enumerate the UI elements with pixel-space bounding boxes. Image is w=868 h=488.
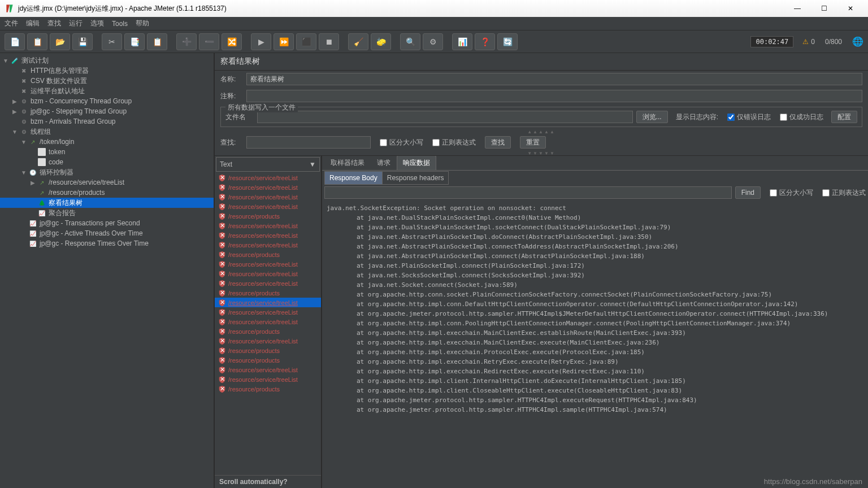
filename-input[interactable] [257,111,633,123]
tree-twisty[interactable]: ▶ [29,180,36,186]
result-item[interactable]: ✕/resource/service/treeList [215,317,321,326]
result-item[interactable]: ✕/resource/service/treeList [215,374,321,384]
renderer-dropdown[interactable]: Text ▼ [216,157,320,172]
result-item[interactable]: ✕/resource/service/treeList [215,269,321,278]
results-list[interactable]: ✕/resource/service/treeList✕/resource/se… [215,173,321,475]
tree-item[interactable]: ▶⚙jp@gc - Stepping Thread Group [0,106,214,116]
drag-handle-2[interactable]: ▼▼▼▼▼ [215,151,868,155]
tree-item[interactable]: ⚙bzm - Arrivals Thread Group [0,116,214,127]
heap-button[interactable]: 🔄 [497,33,518,50]
result-item[interactable]: ✕/resource/service/treeList [215,259,321,269]
comment-input[interactable] [246,90,862,102]
minimize-button[interactable]: — [784,0,810,17]
result-item[interactable]: ✕/resource/service/treeList [215,365,321,374]
find-input[interactable] [324,186,732,199]
menu-查找[interactable]: 查找 [47,19,61,28]
shutdown-button[interactable]: ⏹ [319,33,339,50]
result-item[interactable]: ✕/resource/products [215,288,321,298]
tree-item[interactable]: 📈聚合报告 [0,208,214,218]
drag-handle[interactable]: ▲▲▲▲▲ [215,129,868,134]
result-item[interactable]: ✕/resource/products [215,346,321,355]
tree-twisty[interactable]: ▼ [20,169,27,176]
menu-帮助[interactable]: 帮助 [136,19,149,28]
regex-checkbox[interactable] [432,139,440,146]
reset-button[interactable]: 重置 [520,136,546,149]
search-button[interactable]: 查找 [485,136,511,149]
test-plan-tree[interactable]: ▼🧪测试计划✖HTTP信息头管理器✖CSV 数据文件设置✖运维平台默认地址▶⚙b… [0,53,215,488]
find-case-checkbox[interactable] [770,189,777,197]
subtab-0[interactable]: Response Body [324,171,383,185]
result-item[interactable]: ✕/resource/service/treeList [215,230,321,240]
result-item[interactable]: ✕/resource/service/treeList [215,173,321,182]
subtab-1[interactable]: Response headers [382,171,449,185]
result-item[interactable]: ✕/resource/service/treeList [215,298,321,307]
result-item[interactable]: ✕/resource/products [215,326,321,336]
search-button[interactable]: 🔍 [400,33,420,50]
tree-item[interactable]: ▼⚙线程组 [0,127,214,137]
clear-button[interactable]: 🧹 [348,33,368,50]
remove-button[interactable]: ➖ [199,33,219,50]
result-item[interactable]: ✕/resource/service/treeList [215,182,321,192]
titlebar[interactable]: jdy运维.jmx (D:\jmeter\jdy运维.jmx) - Apache… [0,0,868,17]
maximize-button[interactable]: ☐ [811,0,837,17]
tree-item[interactable]: ↗/resource/products [0,188,214,198]
tab-2[interactable]: 响应数据 [397,156,436,170]
result-item[interactable]: ✕/resource/products [215,211,321,221]
name-input[interactable] [246,73,862,85]
tree-item[interactable]: ▶⚙bzm - Concurrency Thread Group [0,96,214,106]
properties-button[interactable]: 📊 [452,33,472,50]
cut-button[interactable]: ✂ [102,33,122,50]
menu-文件[interactable]: 文件 [5,19,18,28]
tree-item[interactable]: 📈jp@gc - Response Times Over Time [0,238,214,249]
close-button[interactable]: ✕ [837,0,863,17]
save-button[interactable]: 💾 [72,33,93,50]
result-item[interactable]: ✕/resource/service/treeList [215,202,321,211]
case-checkbox[interactable] [380,139,387,146]
copy-button[interactable]: 📑 [124,33,145,50]
tree-item[interactable]: ✖CSV 数据文件设置 [0,76,214,86]
add-button[interactable]: ➕ [176,33,197,50]
tree-item[interactable]: 📈jp@gc - Transactions per Second [0,218,214,228]
stop-button[interactable]: ⬛ [296,33,316,50]
tree-item[interactable]: ▶↗/resource/service/treeList [0,177,214,188]
menu-选项[interactable]: 选项 [90,19,104,28]
result-item[interactable]: ✕/resource/service/treeList [215,307,321,317]
tree-twisty[interactable]: ▶ [11,108,18,115]
toggle-button[interactable]: 🔀 [222,33,242,50]
result-item[interactable]: ✕/resource/service/treeList [215,192,321,202]
result-item[interactable]: ✕/resource/products [215,384,321,394]
menu-运行[interactable]: 运行 [69,19,83,28]
tab-1[interactable]: 请求 [371,156,397,170]
paste-button[interactable]: 📋 [147,33,167,50]
tree-item[interactable]: token [0,147,214,157]
new-button[interactable]: 📄 [5,33,25,50]
find-button[interactable]: Find [735,186,761,199]
tree-item[interactable]: 📈jp@gc - Active Threads Over Time [0,228,214,238]
result-item[interactable]: ✕/resource/products [215,355,321,365]
response-body[interactable]: java.net.SocketException: Socket operati… [322,200,868,488]
start-no-timers-button[interactable]: ⏩ [274,33,294,50]
open-button[interactable]: 📂 [50,33,70,50]
start-button[interactable]: ▶ [251,33,271,50]
tree-twisty[interactable]: ▶ [11,98,18,104]
tree-item[interactable]: ▼↗/token/login [0,137,214,147]
tree-item[interactable]: ▼🕐循环控制器 [0,167,214,177]
tree-item[interactable]: code [0,157,214,167]
tree-twisty[interactable]: ▼ [2,58,9,64]
result-item[interactable]: ✕/resource/service/treeList [215,221,321,230]
tree-item[interactable]: ✖HTTP信息头管理器 [0,66,214,76]
tree-twisty[interactable]: ▼ [20,139,27,145]
function-button[interactable]: ⚙ [423,33,443,50]
tree-item[interactable]: 🌲察看结果树 [0,198,214,208]
tree-item[interactable]: ✖运维平台默认地址 [0,86,214,96]
templates-button[interactable]: 📋 [27,33,47,50]
menu-编辑[interactable]: 编辑 [26,19,40,28]
find-regex-checkbox[interactable] [822,189,830,197]
success-only-checkbox[interactable] [780,114,787,121]
search-input[interactable] [246,136,371,149]
configure-button[interactable]: 配置 [831,111,857,123]
clear-all-button[interactable]: 🧽 [371,33,391,50]
help-button[interactable]: ❓ [475,33,495,50]
tab-0[interactable]: 取样器结果 [324,156,371,170]
errors-only-checkbox[interactable] [727,114,735,121]
